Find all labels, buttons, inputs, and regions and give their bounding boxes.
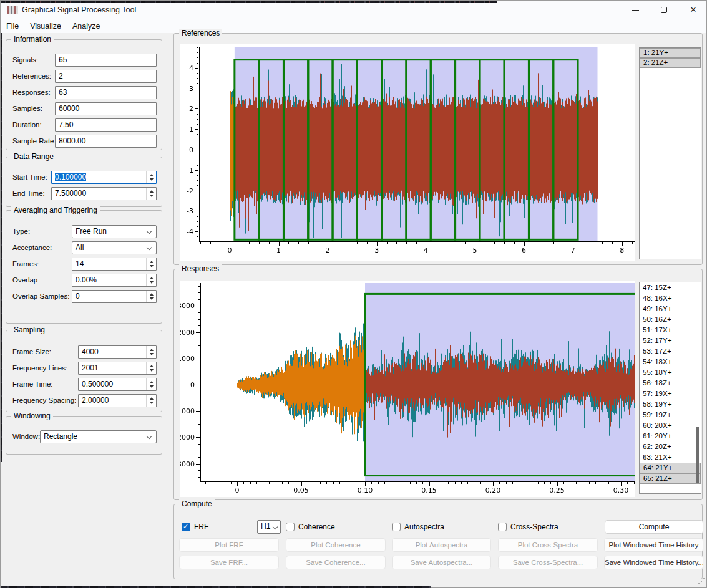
frequency-lines-spinbox[interactable]: 2001 [78,362,157,375]
responses-field[interactable]: 63 [55,86,157,99]
group-title: Data Range [11,152,56,161]
response-channel-item[interactable]: 56: 18Z+ [640,378,701,388]
frf-checkbox[interactable]: ✓ [182,523,190,531]
spinner-buttons[interactable] [146,188,156,200]
spin-down-icon [150,281,154,284]
window-combo[interactable]: Rectangle [40,430,157,443]
information-group: Information Signals: 65 References: 2 Re… [6,39,162,150]
response-channel-item[interactable]: 54: 18X+ [640,357,701,367]
response-channel-item[interactable]: 48: 16X+ [640,293,701,304]
samples-field[interactable]: 60000 [55,102,157,115]
cross-spectra-checkbox[interactable] [498,523,507,531]
save-frf-button[interactable]: Save FRF... [179,556,279,569]
references-field[interactable]: 2 [55,70,157,83]
group-title: Windowing [11,412,53,420]
save-autospectra-button[interactable]: Save Autospectra... [392,556,491,569]
frequency-spacing-label: Frequency Spacing: [12,394,76,407]
overlap-label: Overlap [12,274,37,287]
frames-label: Frames: [12,258,39,271]
sample-rate-field[interactable]: 8000.00 [55,135,157,148]
reference-channel-item[interactable]: 1: 21Y+ [640,48,701,58]
plot-windowed-time-history-button[interactable]: Plot Windowed Time History [604,538,703,552]
type-combo[interactable]: Free Run [72,225,157,238]
spinner-buttons[interactable] [146,171,156,183]
autospectra-checkbox[interactable] [392,523,401,531]
duration-field[interactable]: 7.50 [55,118,157,132]
response-channel-item[interactable]: 64: 21Y+ [640,463,701,473]
compute-group: Compute ✓ FRF H1 Coherence Autospectra C… [173,504,703,579]
responses-plot[interactable] [180,281,635,497]
compute-button[interactable]: Compute [605,520,703,534]
spinner-buttons[interactable] [146,274,156,286]
spin-down-icon [150,353,154,355]
overlap-samples-spinbox[interactable]: 0 [72,290,157,303]
group-title: Compute [179,499,215,508]
capture-artifact [1,586,431,588]
responses-group: Responses 47: 15Z+ 48: 16X+ 49: 16Y+ 50:… [173,269,703,500]
response-channel-item[interactable]: 49: 16Y+ [640,304,701,314]
reference-channel-item[interactable]: 2: 21Z+ [640,58,701,68]
group-title: Sampling [11,325,47,334]
close-button[interactable]: ✕ [679,1,707,19]
references-plot[interactable] [180,44,635,261]
spin-up-icon [150,397,154,400]
responses-label: Responses: [12,86,51,99]
save-coherence-button[interactable]: Save Coherence... [286,556,386,569]
frame-size-spinbox[interactable]: 4000 [78,345,157,359]
references-channel-list[interactable]: 1: 21Y+ 2: 21Z+ [639,47,701,259]
menu-visualize[interactable]: Visualize [24,19,67,33]
spin-down-icon [150,402,154,404]
spinner-buttons[interactable] [146,362,156,374]
menu-analyze[interactable]: Analyze [67,19,105,33]
spinner-buttons[interactable] [146,291,156,302]
maximize-button[interactable] [650,1,679,19]
sample-rate-label: Sample Rate [12,135,54,148]
response-channel-item[interactable]: 59: 19Z+ [640,410,701,420]
spin-up-icon [150,293,154,296]
capture-artifact [1,33,2,462]
window-label: Window: [12,430,40,443]
response-channel-item[interactable]: 55: 18Y+ [640,367,701,378]
menu-file[interactable]: File [1,19,24,33]
overlap-spinbox[interactable]: 0.00% [72,274,157,287]
response-channel-item[interactable]: 47: 15Z+ [640,282,701,293]
response-channel-item[interactable]: 58: 19Y+ [640,399,701,410]
spinner-buttons[interactable] [146,395,156,407]
resize-grip[interactable] [697,578,705,586]
spinner-buttons[interactable] [146,346,156,358]
signals-field[interactable]: 65 [55,54,157,67]
end-time-spinbox[interactable]: 7.500000 [51,187,157,200]
frame-time-label: Frame Time: [12,378,53,391]
save-windowed-time-history-button[interactable]: Save Windowed Time History... [604,556,703,569]
chevron-down-icon [273,524,278,529]
response-channel-item[interactable]: 52: 17Y+ [640,335,701,346]
response-channel-item[interactable]: 61: 20Y+ [640,431,701,441]
plot-autospectra-button[interactable]: Plot Autospectra [392,538,491,552]
response-channel-item[interactable]: 57: 19X+ [640,388,701,399]
response-channel-item[interactable]: 51: 17X+ [640,325,701,335]
response-channel-item[interactable]: 65: 21Z+ [640,473,701,484]
response-channel-item[interactable]: 53: 17Z+ [640,346,701,357]
list-scrollbar[interactable] [696,427,699,483]
spinner-buttons[interactable] [146,258,156,270]
plot-frf-button[interactable]: Plot FRF [179,538,279,552]
coherence-checkbox[interactable] [286,523,295,531]
spinner-buttons[interactable] [146,378,156,390]
responses-channel-list[interactable]: 47: 15Z+ 48: 16X+ 49: 16Y+ 50: 16Z+ 51: … [639,282,701,494]
frame-time-spinbox[interactable]: 0.500000 [78,378,157,391]
acceptance-combo[interactable]: All [72,241,157,254]
spin-up-icon [150,174,154,176]
frames-spinbox[interactable]: 14 [72,258,157,271]
frequency-spacing-spinbox[interactable]: 2.00000 [78,394,157,407]
minimize-button[interactable] [622,1,650,19]
response-channel-item[interactable]: 62: 20Z+ [640,441,701,452]
response-channel-item[interactable]: 50: 16Z+ [640,314,701,325]
plot-cross-spectra-button[interactable]: Plot Cross-Spectra [498,538,598,552]
save-cross-spectra-button[interactable]: Save Cross-Spectra... [498,556,598,569]
estimator-combo[interactable]: H1 [257,520,281,534]
start-time-spinbox[interactable]: 0.100000 [51,171,157,184]
spin-down-icon [150,195,154,197]
response-channel-item[interactable]: 63: 21X+ [640,452,701,463]
plot-coherence-button[interactable]: Plot Coherence [286,538,386,552]
response-channel-item[interactable]: 60: 20X+ [640,420,701,431]
